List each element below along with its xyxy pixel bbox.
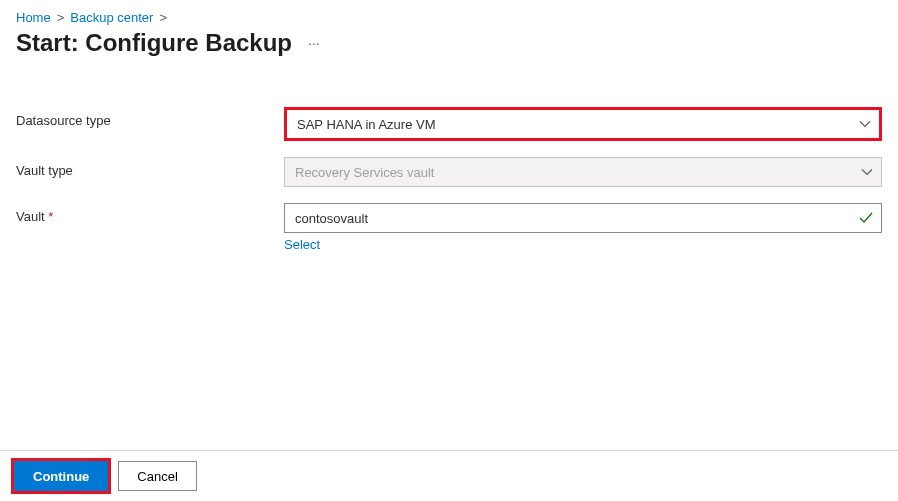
breadcrumb-backup-center[interactable]: Backup center [70, 10, 153, 25]
chevron-down-icon [859, 118, 871, 130]
vault-type-row: Vault type Recovery Services vault [16, 157, 882, 187]
vault-label-text: Vault [16, 209, 45, 224]
vault-input[interactable]: contosovault [284, 203, 882, 233]
required-indicator: * [48, 209, 53, 224]
vault-label: Vault * [16, 203, 284, 224]
vault-row: Vault * contosovault Select [16, 203, 882, 252]
vault-value: contosovault [295, 211, 368, 226]
datasource-type-row: Datasource type SAP HANA in Azure VM [16, 107, 882, 141]
breadcrumb: Home > Backup center > [16, 10, 882, 25]
datasource-type-label: Datasource type [16, 107, 284, 128]
vault-select-link[interactable]: Select [284, 237, 320, 252]
datasource-type-value: SAP HANA in Azure VM [297, 117, 436, 132]
continue-button[interactable]: Continue [14, 461, 108, 491]
chevron-down-icon [861, 166, 873, 178]
vault-type-dropdown: Recovery Services vault [284, 157, 882, 187]
cancel-button[interactable]: Cancel [118, 461, 196, 491]
page-title: Start: Configure Backup [16, 29, 292, 57]
more-actions-button[interactable]: ··· [304, 35, 324, 51]
footer-bar: Continue Cancel [0, 450, 898, 501]
breadcrumb-separator: > [159, 10, 167, 25]
page-header: Start: Configure Backup ··· [16, 29, 882, 57]
breadcrumb-separator: > [57, 10, 65, 25]
breadcrumb-home[interactable]: Home [16, 10, 51, 25]
check-icon [859, 211, 873, 225]
vault-type-label: Vault type [16, 157, 284, 178]
vault-type-value: Recovery Services vault [295, 165, 434, 180]
datasource-type-dropdown[interactable]: SAP HANA in Azure VM [284, 107, 882, 141]
